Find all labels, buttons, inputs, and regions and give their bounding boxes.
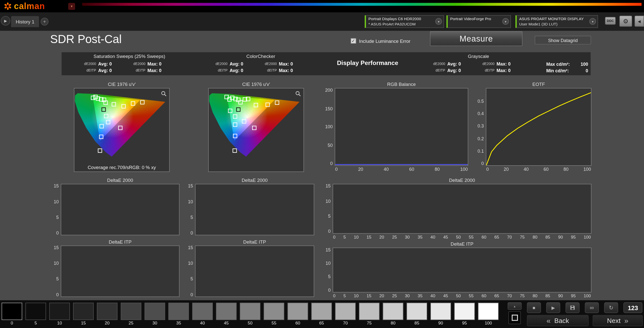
patch-swatch[interactable] bbox=[383, 303, 404, 320]
patch-swatch[interactable] bbox=[478, 303, 499, 320]
patch-label: 20 bbox=[97, 320, 117, 325]
pattern-patch-95[interactable]: 95 bbox=[454, 303, 475, 325]
tick-label: 100 bbox=[584, 235, 591, 240]
pattern-patch-55[interactable]: 55 bbox=[264, 303, 284, 325]
generator-dropdown-button[interactable]: ▼ bbox=[502, 18, 509, 25]
chart-title: DeltaE ITP bbox=[195, 239, 314, 245]
de2000-plot-mid[interactable] bbox=[195, 184, 314, 235]
display-dropdown-button[interactable]: ▼ bbox=[589, 18, 596, 25]
deitp-plot-mid[interactable] bbox=[195, 246, 314, 297]
play-button[interactable]: ▶ bbox=[546, 302, 560, 313]
eotf-plot[interactable] bbox=[486, 88, 591, 166]
measurement-marker bbox=[102, 108, 106, 112]
patch-swatch[interactable] bbox=[311, 303, 332, 320]
pattern-counter[interactable]: 123 bbox=[623, 302, 642, 313]
display-selector[interactable]: ASUS PROART MONITOR DISPLAY User Mode1 (… bbox=[515, 15, 598, 28]
show-datagrid-button[interactable]: Show Datagrid bbox=[535, 36, 591, 44]
logo-menu-button[interactable]: ▼ bbox=[68, 3, 75, 10]
tick-label: 25 bbox=[392, 235, 397, 240]
refresh-button[interactable]: ↻ bbox=[604, 302, 618, 313]
pattern-patch-20[interactable]: 20 bbox=[97, 303, 117, 325]
measurement-marker bbox=[98, 149, 102, 153]
tab-history-1[interactable]: History 1 bbox=[11, 16, 39, 27]
generator-selector[interactable]: Portrait VideoForge Pro ▼ bbox=[447, 15, 511, 28]
ddc-button[interactable]: DDC bbox=[605, 17, 616, 25]
deitp-plot-wide[interactable] bbox=[333, 248, 591, 292]
tick-label: 30 bbox=[405, 293, 410, 298]
pattern-patch-5[interactable]: 5 bbox=[25, 303, 46, 325]
include-luminance-checkbox[interactable]: ✓ bbox=[351, 38, 356, 44]
metric-value: Avg: 0 bbox=[98, 67, 129, 74]
pattern-patch-75[interactable]: 75 bbox=[359, 303, 380, 325]
settings-button[interactable]: ⚙ bbox=[619, 16, 632, 27]
pattern-patch-25[interactable]: 25 bbox=[121, 303, 141, 325]
cie-plot-right[interactable] bbox=[208, 88, 304, 172]
deitp-plot-left[interactable] bbox=[61, 246, 180, 297]
patch-swatch[interactable] bbox=[49, 303, 70, 320]
patch-swatch[interactable] bbox=[73, 303, 94, 320]
pattern-patch-80[interactable]: 80 bbox=[383, 303, 404, 325]
cie-plot-left[interactable]: Coverage rec.709/sRGB: 0 % xy bbox=[74, 88, 170, 172]
patch-swatch[interactable] bbox=[264, 303, 284, 320]
include-luminance-control[interactable]: ✓ Include Luminance Error bbox=[351, 38, 410, 44]
tick-label: 0 bbox=[486, 167, 489, 172]
pattern-patch-35[interactable]: 35 bbox=[168, 303, 189, 325]
chevron-down-icon: ▼ bbox=[70, 5, 73, 8]
measure-button[interactable]: Measure bbox=[430, 31, 522, 46]
add-tab-button[interactable]: + bbox=[41, 18, 49, 25]
zoom-icon[interactable] bbox=[161, 91, 167, 97]
patch-swatch[interactable] bbox=[407, 303, 427, 320]
pattern-patch-65[interactable]: 65 bbox=[311, 303, 332, 325]
pattern-patch-0[interactable]: 0 bbox=[2, 303, 22, 325]
patch-swatch[interactable] bbox=[430, 303, 451, 320]
top-bar: calman ▼ bbox=[0, 0, 644, 12]
collapse-panel-button[interactable]: ◀ bbox=[634, 16, 644, 27]
meter-selector[interactable]: Portrait Displays C6 HDR2000 * ASUS ProA… bbox=[365, 15, 444, 28]
metric-label: dEITP bbox=[129, 67, 147, 74]
tick-label: 25 bbox=[392, 293, 397, 298]
patch-swatch[interactable] bbox=[25, 303, 46, 320]
continuous-measure-button[interactable]: ∞ bbox=[585, 302, 599, 313]
include-luminance-label: Include Luminance Error bbox=[359, 39, 411, 44]
pattern-patch-100[interactable]: 100 bbox=[478, 303, 499, 325]
flyout-handle-button[interactable]: ▶ bbox=[1, 16, 10, 26]
chart-title: DeltaE 2000 bbox=[333, 178, 591, 184]
patch-swatch[interactable] bbox=[192, 303, 213, 320]
pattern-up-button[interactable]: ▲ bbox=[508, 302, 522, 310]
save-button[interactable] bbox=[566, 302, 580, 313]
de2000-plot-wide[interactable] bbox=[333, 184, 591, 234]
de2000-plot-left[interactable] bbox=[61, 184, 180, 235]
back-button[interactable]: « Back bbox=[527, 315, 589, 326]
pattern-patch-60[interactable]: 60 bbox=[288, 303, 308, 325]
tick-label: 5 bbox=[343, 235, 346, 240]
pattern-window-button[interactable] bbox=[508, 311, 521, 324]
pattern-patch-85[interactable]: 85 bbox=[407, 303, 427, 325]
patch-swatch[interactable] bbox=[145, 303, 165, 320]
patch-swatch[interactable] bbox=[168, 303, 189, 320]
pattern-patch-45[interactable]: 45 bbox=[216, 303, 237, 325]
patch-swatch[interactable] bbox=[335, 303, 356, 320]
pattern-patch-30[interactable]: 30 bbox=[145, 303, 165, 325]
tick-label: 5 bbox=[56, 277, 59, 281]
pattern-patch-40[interactable]: 40 bbox=[192, 303, 213, 325]
patch-swatch[interactable] bbox=[2, 303, 22, 320]
patch-swatch[interactable] bbox=[454, 303, 475, 320]
pattern-patch-50[interactable]: 50 bbox=[240, 303, 260, 325]
patch-swatch[interactable] bbox=[240, 303, 260, 320]
pattern-patch-70[interactable]: 70 bbox=[335, 303, 356, 325]
patch-swatch[interactable] bbox=[288, 303, 308, 320]
patch-swatch[interactable] bbox=[121, 303, 141, 320]
meter-dropdown-button[interactable]: ▼ bbox=[435, 18, 442, 25]
zoom-icon[interactable] bbox=[295, 91, 301, 97]
patch-label: 25 bbox=[121, 320, 141, 325]
patch-swatch[interactable] bbox=[359, 303, 380, 320]
patch-swatch[interactable] bbox=[97, 303, 117, 320]
patch-swatch[interactable] bbox=[216, 303, 237, 320]
pattern-patch-10[interactable]: 10 bbox=[49, 303, 70, 325]
stop-button[interactable]: ■ bbox=[527, 302, 541, 313]
next-button[interactable]: Next » bbox=[593, 315, 643, 326]
pattern-patch-15[interactable]: 15 bbox=[73, 303, 94, 325]
pattern-strip: 0510152025303540455055606570758085909510… bbox=[2, 303, 499, 325]
pattern-patch-90[interactable]: 90 bbox=[430, 303, 451, 325]
rgb-balance-plot[interactable] bbox=[335, 88, 468, 166]
